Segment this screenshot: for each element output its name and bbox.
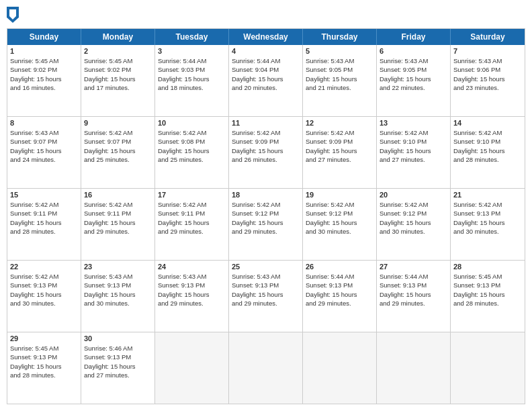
cell-line: Sunset: 9:13 PM <box>380 281 447 289</box>
logo <box>7 7 21 23</box>
calendar-row: 15Sunrise: 5:42 AMSunset: 9:11 PMDayligh… <box>7 188 525 260</box>
calendar-cell: 21Sunrise: 5:42 AMSunset: 9:13 PMDayligh… <box>451 189 525 260</box>
cell-line: Sunrise: 5:42 AM <box>380 128 447 137</box>
cell-line: Daylight: 15 hours <box>84 362 152 371</box>
cell-line: and 21 minutes. <box>306 83 373 92</box>
cell-line: Daylight: 15 hours <box>158 146 226 155</box>
weekday-header: Tuesday <box>155 29 229 45</box>
day-number: 29 <box>10 334 78 342</box>
cell-line: Sunset: 9:12 PM <box>306 209 373 218</box>
day-number: 9 <box>84 119 152 127</box>
day-number: 7 <box>453 47 522 55</box>
day-number: 5 <box>306 47 373 55</box>
logo-icon <box>7 7 19 23</box>
day-number: 21 <box>453 191 522 199</box>
cell-line: Sunrise: 5:46 AM <box>84 344 152 353</box>
cell-line: and 16 minutes. <box>10 83 78 92</box>
cell-line: Sunset: 9:05 PM <box>306 65 373 74</box>
calendar-header: SundayMondayTuesdayWednesdayThursdayFrid… <box>7 29 525 45</box>
day-number: 20 <box>380 191 447 199</box>
cell-line: Daylight: 15 hours <box>10 218 78 227</box>
cell-line: Sunset: 9:09 PM <box>306 137 373 146</box>
cell-line: Sunrise: 5:42 AM <box>232 200 300 209</box>
calendar-cell: 5Sunrise: 5:43 AMSunset: 9:05 PMDaylight… <box>303 45 377 116</box>
cell-line: and 29 minutes. <box>158 299 226 308</box>
cell-line: and 29 minutes. <box>306 299 373 308</box>
cell-line: Daylight: 15 hours <box>84 290 152 299</box>
cell-line: and 25 minutes. <box>158 155 226 164</box>
cell-line: Sunset: 9:10 PM <box>453 137 522 146</box>
calendar-row: 29Sunrise: 5:45 AMSunset: 9:13 PMDayligh… <box>7 332 525 404</box>
day-number: 25 <box>232 263 300 271</box>
calendar-cell: 4Sunrise: 5:44 AMSunset: 9:04 PMDaylight… <box>229 45 303 116</box>
cell-line: Sunrise: 5:42 AM <box>10 200 78 209</box>
cell-line: and 22 minutes. <box>380 83 447 92</box>
cell-line: Sunrise: 5:45 AM <box>10 56 78 65</box>
calendar-cell <box>229 332 303 404</box>
cell-line: Sunset: 9:13 PM <box>10 281 78 289</box>
cell-line: Sunrise: 5:44 AM <box>158 56 226 65</box>
cell-line: Sunrise: 5:43 AM <box>158 272 226 281</box>
cell-line: Daylight: 15 hours <box>453 146 522 155</box>
calendar-cell <box>451 332 525 404</box>
cell-line: Sunset: 9:04 PM <box>232 65 300 74</box>
cell-line: Sunrise: 5:42 AM <box>306 128 373 137</box>
cell-line: and 30 minutes. <box>453 227 522 236</box>
cell-line: and 30 minutes. <box>306 227 373 236</box>
weekday-header: Saturday <box>451 29 525 45</box>
calendar-cell: 3Sunrise: 5:44 AMSunset: 9:03 PMDaylight… <box>155 45 229 116</box>
calendar-cell: 22Sunrise: 5:42 AMSunset: 9:13 PMDayligh… <box>7 261 81 332</box>
calendar-cell: 17Sunrise: 5:42 AMSunset: 9:11 PMDayligh… <box>155 189 229 260</box>
weekday-header: Monday <box>81 29 155 45</box>
cell-line: Sunset: 9:10 PM <box>380 137 447 146</box>
cell-line: Sunrise: 5:43 AM <box>453 56 522 65</box>
cell-line: Sunrise: 5:42 AM <box>10 272 78 281</box>
day-number: 26 <box>306 263 373 271</box>
cell-line: Sunrise: 5:42 AM <box>84 200 152 209</box>
day-number: 17 <box>158 191 226 199</box>
calendar-cell <box>377 332 451 404</box>
cell-line: and 27 minutes. <box>306 155 373 164</box>
cell-line: Sunset: 9:03 PM <box>158 65 226 74</box>
page: SundayMondayTuesdayWednesdayThursdayFrid… <box>0 0 532 411</box>
cell-line: Sunset: 9:05 PM <box>380 65 447 74</box>
calendar: SundayMondayTuesdayWednesdayThursdayFrid… <box>7 28 525 404</box>
day-number: 23 <box>84 263 152 271</box>
cell-line: Daylight: 15 hours <box>232 290 300 299</box>
day-number: 6 <box>380 47 447 55</box>
cell-line: Sunrise: 5:43 AM <box>84 272 152 281</box>
calendar-cell <box>155 332 229 404</box>
calendar-cell: 23Sunrise: 5:43 AMSunset: 9:13 PMDayligh… <box>81 261 155 332</box>
cell-line: and 26 minutes. <box>232 155 300 164</box>
calendar-row: 22Sunrise: 5:42 AMSunset: 9:13 PMDayligh… <box>7 260 525 332</box>
cell-line: Daylight: 15 hours <box>380 290 447 299</box>
cell-line: and 29 minutes. <box>84 227 152 236</box>
cell-line: and 29 minutes. <box>380 299 447 308</box>
cell-line: Sunset: 9:09 PM <box>232 137 300 146</box>
cell-line: Daylight: 15 hours <box>453 75 522 83</box>
day-number: 16 <box>84 191 152 199</box>
cell-line: Daylight: 15 hours <box>380 146 447 155</box>
cell-line: Sunrise: 5:42 AM <box>158 200 226 209</box>
calendar-cell: 1Sunrise: 5:45 AMSunset: 9:02 PMDaylight… <box>7 45 81 116</box>
cell-line: Sunset: 9:02 PM <box>10 65 78 74</box>
calendar-cell: 12Sunrise: 5:42 AMSunset: 9:09 PMDayligh… <box>303 117 377 188</box>
cell-line: Sunset: 9:07 PM <box>84 137 152 146</box>
calendar-cell: 15Sunrise: 5:42 AMSunset: 9:11 PMDayligh… <box>7 189 81 260</box>
day-number: 13 <box>380 119 447 127</box>
weekday-header: Sunday <box>7 29 81 45</box>
calendar-cell: 13Sunrise: 5:42 AMSunset: 9:10 PMDayligh… <box>377 117 451 188</box>
day-number: 22 <box>10 263 78 271</box>
calendar-cell: 29Sunrise: 5:45 AMSunset: 9:13 PMDayligh… <box>7 332 81 404</box>
cell-line: and 28 minutes. <box>10 371 78 379</box>
cell-line: Daylight: 15 hours <box>306 218 373 227</box>
day-number: 19 <box>306 191 373 199</box>
cell-line: Daylight: 15 hours <box>84 218 152 227</box>
cell-line: Sunset: 9:13 PM <box>84 281 152 289</box>
calendar-row: 1Sunrise: 5:45 AMSunset: 9:02 PMDaylight… <box>7 45 525 116</box>
cell-line: Sunset: 9:13 PM <box>453 209 522 218</box>
cell-line: Sunset: 9:13 PM <box>232 281 300 289</box>
cell-line: Daylight: 15 hours <box>10 146 78 155</box>
cell-line: and 20 minutes. <box>232 83 300 92</box>
cell-line: Daylight: 15 hours <box>380 218 447 227</box>
